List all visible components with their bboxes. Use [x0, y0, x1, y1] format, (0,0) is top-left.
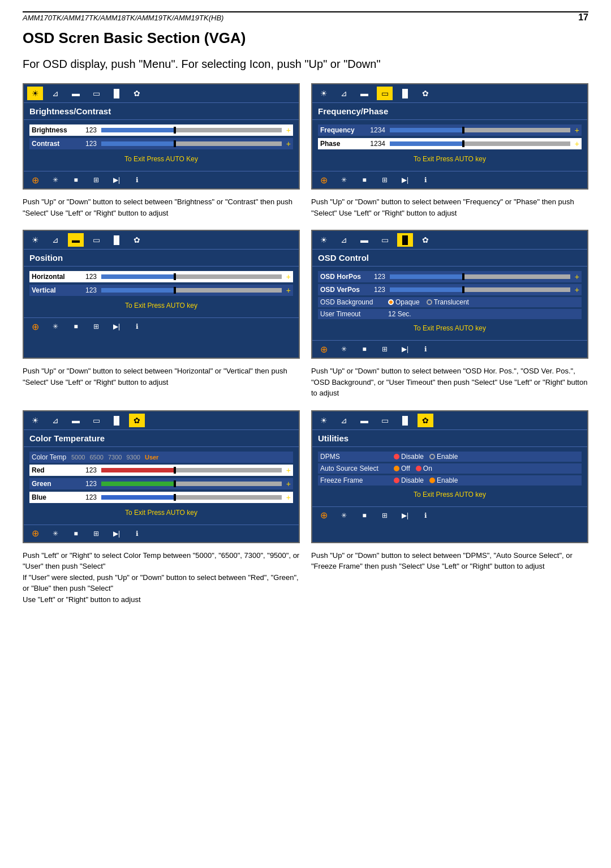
- color-temp-selector-row: Color Temp 5000 6500 7300 9300 User: [29, 452, 293, 463]
- util-title: Utilities: [312, 430, 587, 447]
- dpms-options: Disable Enable: [394, 453, 458, 461]
- phase-thumb: [462, 140, 464, 147]
- temp-9300[interactable]: 9300: [126, 454, 140, 461]
- ct-play-icon[interactable]: ▶|: [109, 527, 124, 540]
- green-value: 123: [77, 480, 97, 488]
- frequency-slider[interactable]: [390, 128, 570, 132]
- osd-bg-opaque[interactable]: Opaque: [388, 298, 420, 306]
- pos-play-icon[interactable]: ▶|: [109, 320, 124, 333]
- contrast-slider[interactable]: [101, 141, 282, 146]
- fp-exit: To Exit Press AUTO key: [318, 152, 582, 166]
- osd-bg-options: Opaque Translucent: [388, 298, 469, 306]
- pos-window-icon: ▭: [88, 233, 104, 247]
- vertical-thumb: [174, 287, 176, 294]
- temp-5000[interactable]: 5000: [71, 454, 85, 461]
- osd-plus-icon[interactable]: ⊕: [316, 342, 332, 356]
- pos-info-icon: ℹ: [129, 320, 145, 333]
- auto-source-on[interactable]: On: [416, 465, 432, 472]
- freeze-disable[interactable]: Disable: [394, 476, 424, 484]
- brightness-contrast-panel: ☀ ⊿ ▬ ▭ ▐▌ ✿ Brightness/Contrast Brightn…: [23, 83, 300, 190]
- fp-play-icon[interactable]: ▶|: [397, 173, 413, 187]
- temp-user[interactable]: User: [145, 454, 158, 461]
- auto-source-off-dot: [394, 466, 399, 471]
- osd-bg-translucent-label: Translucent: [434, 298, 469, 306]
- bc-title: Brightness/Contrast: [24, 103, 299, 120]
- settings-icon: ✿: [129, 87, 145, 100]
- window-icon: ▭: [88, 87, 104, 100]
- util-play-icon[interactable]: ▶|: [397, 509, 413, 522]
- osd-title: OSD Control: [312, 250, 587, 267]
- color-temp-panel: ☀ ⊿ ▬ ▭ ▐▌ ✿ Color Temperature Color Tem…: [23, 410, 300, 543]
- ct-contrast-icon: ⊿: [48, 414, 63, 427]
- osd-active-icon: ▐▌: [397, 233, 413, 247]
- ct-plus-icon[interactable]: ⊕: [27, 527, 43, 540]
- osd-content: OSD HorPos 123 + OSD VerPos 123 + OSD Ba…: [312, 267, 587, 340]
- util-bars-icon: ▐▌: [397, 414, 413, 427]
- osd-verpos-fill: [390, 287, 462, 292]
- brightness-slider[interactable]: [101, 128, 282, 132]
- vertical-slider[interactable]: [101, 288, 282, 293]
- temp-6500[interactable]: 6500: [89, 454, 103, 461]
- red-thumb: [174, 467, 176, 474]
- pos-bottom-icons: ⊕ ✳ ■ ⊞ ▶| ℹ: [24, 317, 299, 335]
- osd-asterisk-icon: ✳: [336, 342, 352, 356]
- phase-slider[interactable]: [390, 141, 570, 146]
- fp-plus-icon[interactable]: ⊕: [316, 173, 332, 187]
- blue-slider[interactable]: [101, 495, 282, 500]
- osd-display-icon: ▬: [356, 233, 372, 247]
- osd-play-icon[interactable]: ▶|: [397, 342, 413, 356]
- osd-horpos-thumb: [462, 273, 464, 280]
- pos-description: Push "Up" or "Down" button to select bet…: [23, 366, 300, 399]
- osd-horpos-row: OSD HorPos 123 +: [318, 271, 582, 282]
- fp-icons: ☀ ⊿ ▬ ▭ ▐▌ ✿: [312, 84, 587, 103]
- fp-monitor-icon: ⊞: [377, 173, 393, 187]
- horizontal-thumb: [174, 273, 176, 280]
- auto-source-off[interactable]: Off: [394, 465, 410, 472]
- display-icon: ▬: [68, 87, 84, 100]
- blue-row: Blue 123 +: [29, 492, 293, 503]
- blue-plus: +: [286, 493, 291, 502]
- temp-7300[interactable]: 7300: [108, 454, 122, 461]
- osd-horpos-plus: +: [575, 272, 579, 281]
- green-slider[interactable]: [101, 482, 282, 486]
- osd-bg-translucent[interactable]: Translucent: [427, 298, 469, 306]
- util-active-icon: ✿: [418, 414, 433, 427]
- util-display-icon: ▬: [356, 414, 372, 427]
- ct-content: Color Temp 5000 6500 7300 9300 User Red …: [24, 447, 299, 525]
- model-text: AMM170TK/AMM17TK/AMM18TK/AMM19TK/AMM19TK…: [23, 14, 223, 22]
- osd-settings-icon: ✿: [418, 233, 433, 247]
- auto-source-off-label: Off: [401, 465, 410, 472]
- pos-plus-icon[interactable]: ⊕: [27, 320, 43, 333]
- dpms-enable[interactable]: Enable: [429, 453, 458, 461]
- util-window-icon: ▭: [377, 414, 393, 427]
- red-plus: +: [286, 466, 291, 475]
- blue-fill: [101, 495, 174, 500]
- horizontal-fill: [101, 274, 174, 279]
- horizontal-value: 123: [77, 273, 97, 281]
- osd-horpos-value: 123: [365, 273, 385, 281]
- freeze-disable-dot: [394, 478, 399, 483]
- freeze-enable[interactable]: Enable: [429, 476, 458, 484]
- pos-contrast-icon: ⊿: [48, 233, 63, 247]
- horizontal-slider[interactable]: [101, 274, 282, 279]
- bc-description: Push "Up" or "Down" button to select bet…: [23, 196, 300, 218]
- contrast-plus: +: [286, 139, 291, 148]
- color-desc-adjust: Use "Left" or "Right" button to adjust: [23, 594, 300, 605]
- red-slider[interactable]: [101, 468, 282, 472]
- pos-title: Position: [24, 250, 299, 267]
- freeze-enable-label: Enable: [437, 476, 458, 484]
- osd-horpos-slider[interactable]: [390, 274, 570, 279]
- plus-icon[interactable]: ⊕: [27, 173, 43, 187]
- green-thumb: [174, 480, 176, 487]
- utilities-panel: ☀ ⊿ ▬ ▭ ▐▌ ✿ Utilities DPMS Disable Enab…: [311, 410, 588, 543]
- osd-background-row: OSD Background Opaque Translucent: [318, 297, 582, 307]
- play-icon[interactable]: ▶|: [109, 173, 124, 187]
- osd-verpos-slider[interactable]: [390, 287, 570, 292]
- osd-monitor-icon: ⊞: [377, 342, 393, 356]
- dpms-disable[interactable]: Disable: [394, 453, 424, 461]
- phase-value: 1234: [365, 140, 385, 148]
- fp-title: Frequency/Phase: [312, 103, 587, 120]
- util-plus-icon[interactable]: ⊕: [316, 509, 332, 522]
- contrast-thumb: [174, 140, 176, 147]
- phase-row: Phase 1234 +: [318, 138, 582, 149]
